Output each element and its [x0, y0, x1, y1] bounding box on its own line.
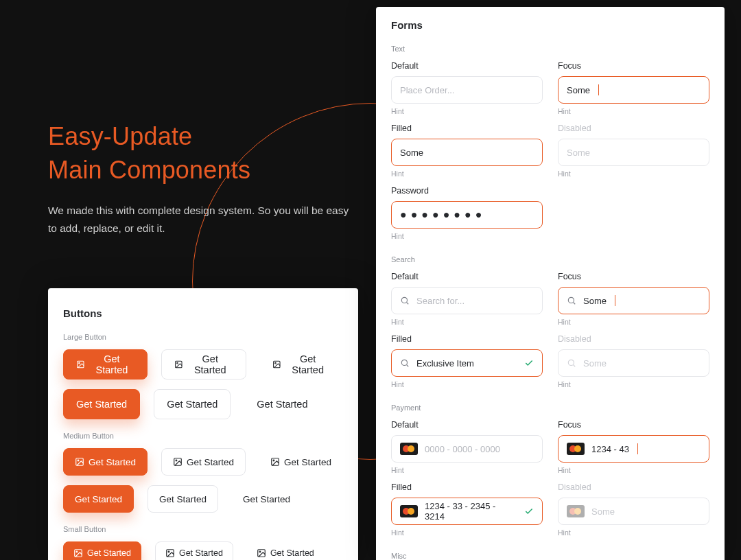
payment-disabled-input: Some: [558, 498, 709, 525]
get-started-button[interactable]: Get Started: [154, 389, 231, 419]
medium-button-row-2: Get Started Get Started Get Started: [63, 485, 343, 513]
image-icon: [270, 457, 280, 467]
hint-text: Hint: [391, 318, 543, 326]
payment-filled-input[interactable]: 1234 - 33 - 2345 - 3214: [391, 498, 543, 525]
field-label: Disabled: [558, 124, 709, 133]
get-started-button[interactable]: Get Started: [260, 349, 343, 380]
get-started-button[interactable]: Get Started: [63, 389, 140, 419]
medium-button-label: Medium Button: [63, 432, 343, 440]
mastercard-icon: [400, 505, 418, 517]
get-started-button[interactable]: Get Started: [232, 485, 301, 513]
svg-point-9: [176, 460, 177, 461]
svg-point-11: [273, 460, 274, 461]
image-icon: [73, 548, 83, 558]
forms-panel: Forms Text Default Place Order... Hint F…: [376, 7, 725, 560]
field-label: Disabled: [558, 482, 709, 492]
field-label: Filled: [391, 334, 543, 344]
search-icon: [567, 358, 576, 368]
payment-section-label: Payment: [391, 404, 709, 412]
get-started-button[interactable]: Get Started: [63, 349, 148, 380]
svg-point-5: [274, 362, 276, 364]
svg-point-20: [401, 360, 407, 365]
image-icon: [272, 360, 281, 369]
get-started-button[interactable]: Get Started: [63, 448, 148, 476]
image-icon: [165, 548, 175, 558]
text-filled-input[interactable]: Some: [391, 139, 543, 166]
small-button-row-1: Get Started Get Started Get Started: [63, 541, 343, 560]
hint-text: Hint: [558, 107, 709, 115]
text-cursor: [637, 443, 638, 454]
forms-panel-title: Forms: [391, 19, 709, 31]
svg-point-15: [168, 551, 169, 552]
get-started-button[interactable]: Get Started: [148, 485, 218, 513]
get-started-button[interactable]: Get Started: [247, 541, 324, 560]
search-default-input[interactable]: Search for...: [391, 287, 543, 314]
hero-subtitle: We made this with complete design system…: [48, 202, 350, 237]
payment-disabled-field: Disabled Some Hint: [558, 482, 709, 537]
search-section-label: Search: [391, 255, 709, 264]
search-filled-field: Filled Exclusive Item Hint: [391, 334, 543, 388]
password-input[interactable]: ●●●●●●●●: [391, 201, 543, 229]
get-started-button[interactable]: Get Started: [259, 448, 342, 476]
image-icon: [173, 457, 183, 467]
image-icon: [75, 457, 84, 467]
hero-title-line1: Easy-Update: [48, 122, 192, 150]
mastercard-icon: [400, 443, 418, 455]
field-label: Default: [391, 420, 543, 430]
image-icon: [76, 360, 85, 369]
field-label: Default: [391, 272, 543, 281]
search-disabled-field: Disabled Some Hint: [558, 334, 709, 388]
get-started-button[interactable]: Get Started: [161, 448, 246, 476]
image-icon: [174, 360, 183, 369]
field-label: Disabled: [558, 334, 709, 344]
check-icon: [524, 506, 534, 516]
hint-text: Hint: [391, 107, 543, 115]
small-button-label: Small Button: [63, 525, 343, 533]
get-started-button[interactable]: Get Started: [244, 389, 320, 419]
payment-focus-input[interactable]: 1234 - 43: [558, 435, 709, 463]
hero-title-line2: Main Components: [48, 156, 250, 184]
hint-text: Hint: [558, 528, 709, 537]
svg-point-19: [568, 297, 574, 303]
hero: Easy-Update Main Components We made this…: [48, 120, 350, 237]
search-focus-input[interactable]: Some: [558, 287, 709, 314]
hint-text: Hint: [558, 380, 709, 388]
field-label: Focus: [558, 61, 709, 71]
get-started-button[interactable]: Get Started: [155, 541, 233, 560]
text-section-label: Text: [391, 45, 709, 53]
text-disabled-field: Disabled Some Hint: [558, 124, 709, 178]
hint-text: Hint: [391, 466, 543, 474]
get-started-button[interactable]: Get Started: [63, 485, 134, 513]
svg-point-3: [177, 362, 178, 364]
text-default-input[interactable]: Place Order...: [391, 76, 543, 104]
text-focus-field: Focus Some Hint: [558, 61, 709, 115]
large-button-row-2: Get Started Get Started Get Started: [63, 389, 343, 419]
svg-point-13: [76, 551, 78, 552]
medium-button-row-1: Get Started Get Started Get Started: [63, 448, 343, 476]
get-started-button[interactable]: Get Started: [161, 349, 246, 380]
payment-default-field: Default 0000 - 0000 - 0000 Hint: [391, 420, 543, 474]
hint-text: Hint: [558, 318, 709, 326]
text-cursor: [598, 84, 599, 95]
field-label: Focus: [558, 420, 709, 430]
mastercard-icon: [567, 443, 585, 455]
text-focus-input[interactable]: Some: [558, 76, 709, 104]
hint-text: Hint: [391, 232, 543, 240]
field-label: Filled: [391, 124, 543, 133]
text-disabled-input: Some: [558, 139, 709, 166]
get-started-button[interactable]: Get Started: [63, 541, 141, 560]
hint-text: Hint: [558, 466, 709, 474]
payment-default-input[interactable]: 0000 - 0000 - 0000: [391, 435, 543, 463]
search-icon: [400, 296, 410, 305]
payment-field-grid: Default 0000 - 0000 - 0000 Hint Focus 12…: [391, 420, 709, 537]
search-focus-field: Focus Some Hint: [558, 272, 709, 326]
svg-point-1: [79, 362, 80, 364]
svg-point-17: [259, 551, 261, 552]
password-field: Password ●●●●●●●● Hint: [391, 186, 543, 240]
field-label: Default: [391, 61, 543, 71]
text-default-field: Default Place Order... Hint: [391, 61, 543, 115]
search-filled-input[interactable]: Exclusive Item: [391, 349, 543, 377]
large-button-label: Large Button: [63, 333, 343, 341]
search-field-grid: Default Search for... Hint Focus Some Hi…: [391, 272, 709, 388]
buttons-panel-title: Buttons: [63, 307, 343, 319]
